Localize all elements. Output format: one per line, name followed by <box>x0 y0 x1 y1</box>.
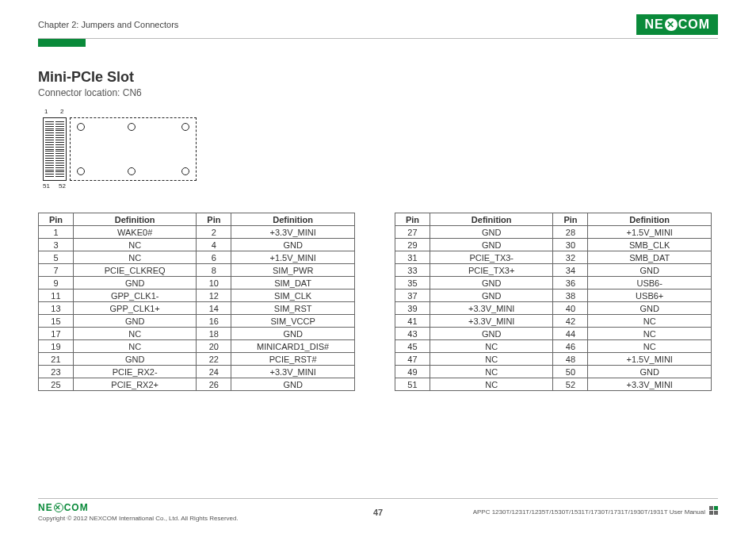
table-row: 1WAKE0#2+3.3V_MINI <box>39 226 355 239</box>
table-row: 7PCIE_CLKREQ8SIM_PWR <box>39 264 355 277</box>
table-row: 33PCIE_TX3+34GND <box>395 264 712 277</box>
pin-cell: 44 <box>553 328 588 340</box>
pin-cell: 40 <box>553 302 588 315</box>
pin-cell: 27 <box>395 226 430 239</box>
th-def: Definition <box>430 213 553 226</box>
pin-cell: 51 <box>395 378 430 391</box>
definition-cell: GND <box>73 315 197 328</box>
definition-cell: PCIE_TX3+ <box>430 264 553 277</box>
page-header: Chapter 2: Jumpers and Connectors NE✕COM <box>38 14 718 39</box>
definition-cell: NC <box>588 340 712 353</box>
page-footer: NE✕COM Copyright © 2012 NEXCOM Internati… <box>38 498 718 522</box>
pin-cell: 3 <box>39 239 74 251</box>
pin-cell: 52 <box>553 378 588 391</box>
pin-label-1: 1 <box>44 108 48 115</box>
pin-cell: 4 <box>197 239 231 251</box>
pin-cell: 41 <box>395 315 430 328</box>
definition-cell: PCIE_RST# <box>231 353 355 366</box>
definition-cell: GPP_CLK1- <box>73 290 197 302</box>
definition-cell: GND <box>430 277 553 290</box>
header-accent-bar <box>38 39 86 47</box>
table-row: 45NC46NC <box>395 340 712 353</box>
definition-cell: SMB_DAT <box>588 251 712 264</box>
slot-outline <box>70 117 197 181</box>
pin-cell: 42 <box>553 315 588 328</box>
chapter-label: Chapter 2: Jumpers and Connectors <box>38 20 178 29</box>
pin-cell: 2 <box>197 226 231 239</box>
definition-cell: GND <box>73 277 197 290</box>
pin-cell: 19 <box>39 340 74 353</box>
pin-cell: 17 <box>39 328 74 340</box>
mount-hole-icon <box>128 123 136 131</box>
pin-cell: 45 <box>395 340 430 353</box>
pinout-table-left: Pin Definition Pin Definition 1WAKE0#2+3… <box>38 213 355 391</box>
definition-cell: NC <box>588 328 712 340</box>
pin-label-51: 51 <box>43 182 50 190</box>
definition-cell: +1.5V_MINI <box>588 226 712 239</box>
definition-cell: GND <box>73 353 197 366</box>
section-title: Mini-PCIe Slot <box>38 69 718 86</box>
definition-cell: NC <box>73 340 197 353</box>
definition-cell: NC <box>73 328 197 340</box>
definition-cell: GND <box>231 239 355 251</box>
definition-cell: GND <box>430 239 553 251</box>
definition-cell: SIM_CLK <box>231 290 355 302</box>
pin-cell: 7 <box>39 264 74 277</box>
table-row: 23PCIE_RX2-24+3.3V_MINI <box>39 366 355 378</box>
table-row: 17NC18GND <box>39 328 355 340</box>
pin-cell: 16 <box>197 315 231 328</box>
th-def: Definition <box>73 213 197 226</box>
th-pin: Pin <box>197 213 231 226</box>
pin-cell: 22 <box>197 353 231 366</box>
table-row: 43GND44NC <box>395 328 712 340</box>
th-def: Definition <box>231 213 355 226</box>
pin-cell: 31 <box>395 251 430 264</box>
table-row: 47NC48+1.5V_MINI <box>395 353 712 366</box>
definition-cell: SMB_CLK <box>588 239 712 251</box>
connector-diagram: 1 2 51 52 <box>38 111 197 190</box>
definition-cell: SIM_PWR <box>231 264 355 277</box>
definition-cell: GPP_CLK1+ <box>73 302 197 315</box>
th-def: Definition <box>588 213 712 226</box>
pin-cell: 20 <box>197 340 231 353</box>
table-row: 15GND16SIM_VCCP <box>39 315 355 328</box>
pin-block <box>43 117 67 181</box>
table-row: 35GND36USB6- <box>395 277 712 290</box>
definition-cell: MINICARD1_DIS# <box>231 340 355 353</box>
definition-cell: PCIE_RX2- <box>73 366 197 378</box>
table-row: 27GND28+1.5V_MINI <box>395 226 712 239</box>
mount-hole-icon <box>77 123 85 131</box>
pin-cell: 12 <box>197 290 231 302</box>
definition-cell: SIM_RST <box>231 302 355 315</box>
definition-cell: WAKE0# <box>73 226 197 239</box>
definition-cell: +1.5V_MINI <box>588 353 712 366</box>
table-row: 21GND22PCIE_RST# <box>39 353 355 366</box>
table-row: 13GPP_CLK1+14SIM_RST <box>39 302 355 315</box>
copyright-text: Copyright © 2012 NEXCOM International Co… <box>38 515 239 522</box>
pin-cell: 30 <box>553 239 588 251</box>
definition-cell: +3.3V_MINI <box>231 226 355 239</box>
pin-cell: 15 <box>39 315 74 328</box>
table-row: 39+3.3V_MINI40GND <box>395 302 712 315</box>
definition-cell: SIM_VCCP <box>231 315 355 328</box>
table-row: 19NC20MINICARD1_DIS# <box>39 340 355 353</box>
pin-cell: 6 <box>197 251 231 264</box>
table-row: 37GND38USB6+ <box>395 290 712 302</box>
mount-hole-icon <box>181 123 189 131</box>
brand-logo: NE✕COM <box>636 14 718 35</box>
definition-cell: NC <box>430 353 553 366</box>
mount-hole-icon <box>128 167 136 175</box>
page-number: 47 <box>373 508 383 517</box>
table-row: 3NC4GND <box>39 239 355 251</box>
definition-cell: GND <box>588 264 712 277</box>
definition-cell: SIM_DAT <box>231 277 355 290</box>
table-row: 25PCIE_RX2+26GND <box>39 378 355 391</box>
table-row: 41+3.3V_MINI42NC <box>395 315 712 328</box>
table-row: 9GND10SIM_DAT <box>39 277 355 290</box>
definition-cell: +3.3V_MINI <box>430 302 553 315</box>
definition-cell: +1.5V_MINI <box>231 251 355 264</box>
pin-cell: 47 <box>395 353 430 366</box>
pin-cell: 38 <box>553 290 588 302</box>
pin-cell: 24 <box>197 366 231 378</box>
definition-cell: USB6+ <box>588 290 712 302</box>
